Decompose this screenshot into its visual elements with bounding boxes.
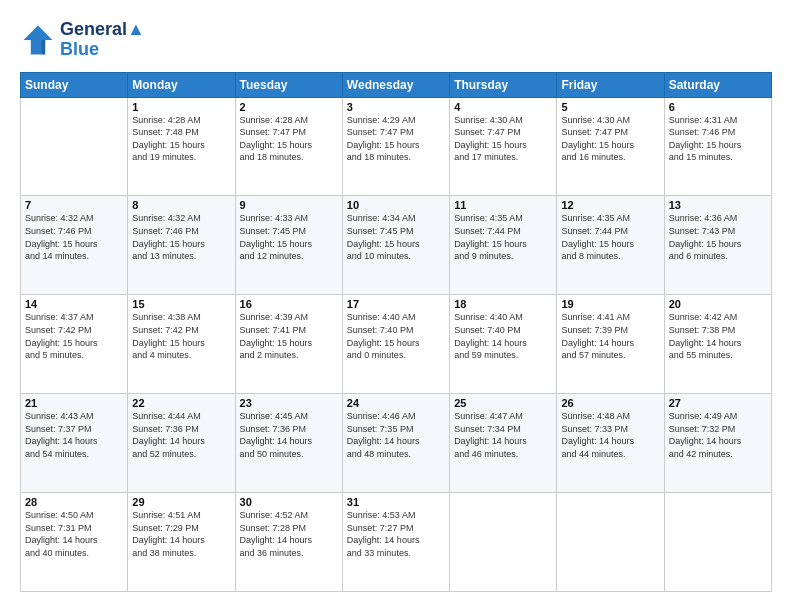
day-info: Sunrise: 4:43 AM Sunset: 7:37 PM Dayligh…: [25, 410, 123, 460]
day-number: 31: [347, 496, 445, 508]
calendar-cell: 21Sunrise: 4:43 AM Sunset: 7:37 PM Dayli…: [21, 394, 128, 493]
calendar-cell: 7Sunrise: 4:32 AM Sunset: 7:46 PM Daylig…: [21, 196, 128, 295]
day-info: Sunrise: 4:49 AM Sunset: 7:32 PM Dayligh…: [669, 410, 767, 460]
calendar-cell: 6Sunrise: 4:31 AM Sunset: 7:46 PM Daylig…: [664, 97, 771, 196]
day-info: Sunrise: 4:32 AM Sunset: 7:46 PM Dayligh…: [132, 212, 230, 262]
day-number: 13: [669, 199, 767, 211]
day-info: Sunrise: 4:38 AM Sunset: 7:42 PM Dayligh…: [132, 311, 230, 361]
day-number: 7: [25, 199, 123, 211]
day-number: 12: [561, 199, 659, 211]
calendar-cell: 17Sunrise: 4:40 AM Sunset: 7:40 PM Dayli…: [342, 295, 449, 394]
day-number: 16: [240, 298, 338, 310]
day-info: Sunrise: 4:32 AM Sunset: 7:46 PM Dayligh…: [25, 212, 123, 262]
day-number: 5: [561, 101, 659, 113]
day-number: 1: [132, 101, 230, 113]
svg-marker-0: [24, 25, 53, 54]
day-info: Sunrise: 4:29 AM Sunset: 7:47 PM Dayligh…: [347, 114, 445, 164]
page: General▲ Blue SundayMondayTuesdayWednesd…: [0, 0, 792, 612]
day-number: 6: [669, 101, 767, 113]
calendar-cell: 28Sunrise: 4:50 AM Sunset: 7:31 PM Dayli…: [21, 493, 128, 592]
calendar-cell: 15Sunrise: 4:38 AM Sunset: 7:42 PM Dayli…: [128, 295, 235, 394]
calendar-cell: 26Sunrise: 4:48 AM Sunset: 7:33 PM Dayli…: [557, 394, 664, 493]
day-info: Sunrise: 4:48 AM Sunset: 7:33 PM Dayligh…: [561, 410, 659, 460]
weekday-header-tuesday: Tuesday: [235, 72, 342, 97]
day-number: 25: [454, 397, 552, 409]
day-number: 2: [240, 101, 338, 113]
weekday-header-thursday: Thursday: [450, 72, 557, 97]
day-number: 26: [561, 397, 659, 409]
day-number: 4: [454, 101, 552, 113]
day-info: Sunrise: 4:47 AM Sunset: 7:34 PM Dayligh…: [454, 410, 552, 460]
day-number: 22: [132, 397, 230, 409]
day-number: 11: [454, 199, 552, 211]
day-info: Sunrise: 4:35 AM Sunset: 7:44 PM Dayligh…: [454, 212, 552, 262]
day-info: Sunrise: 4:44 AM Sunset: 7:36 PM Dayligh…: [132, 410, 230, 460]
day-info: Sunrise: 4:30 AM Sunset: 7:47 PM Dayligh…: [454, 114, 552, 164]
week-row-0: 1Sunrise: 4:28 AM Sunset: 7:48 PM Daylig…: [21, 97, 772, 196]
calendar-cell: 12Sunrise: 4:35 AM Sunset: 7:44 PM Dayli…: [557, 196, 664, 295]
calendar-cell: [664, 493, 771, 592]
day-number: 21: [25, 397, 123, 409]
logo-general: General: [60, 19, 127, 39]
calendar-cell: [557, 493, 664, 592]
week-row-2: 14Sunrise: 4:37 AM Sunset: 7:42 PM Dayli…: [21, 295, 772, 394]
day-number: 14: [25, 298, 123, 310]
calendar-cell: 4Sunrise: 4:30 AM Sunset: 7:47 PM Daylig…: [450, 97, 557, 196]
day-number: 15: [132, 298, 230, 310]
calendar-cell: 24Sunrise: 4:46 AM Sunset: 7:35 PM Dayli…: [342, 394, 449, 493]
day-info: Sunrise: 4:41 AM Sunset: 7:39 PM Dayligh…: [561, 311, 659, 361]
day-info: Sunrise: 4:39 AM Sunset: 7:41 PM Dayligh…: [240, 311, 338, 361]
weekday-header-row: SundayMondayTuesdayWednesdayThursdayFrid…: [21, 72, 772, 97]
calendar-cell: [21, 97, 128, 196]
day-info: Sunrise: 4:36 AM Sunset: 7:43 PM Dayligh…: [669, 212, 767, 262]
calendar-cell: 1Sunrise: 4:28 AM Sunset: 7:48 PM Daylig…: [128, 97, 235, 196]
weekday-header-monday: Monday: [128, 72, 235, 97]
day-number: 20: [669, 298, 767, 310]
day-info: Sunrise: 4:35 AM Sunset: 7:44 PM Dayligh…: [561, 212, 659, 262]
day-number: 30: [240, 496, 338, 508]
calendar-cell: 8Sunrise: 4:32 AM Sunset: 7:46 PM Daylig…: [128, 196, 235, 295]
day-info: Sunrise: 4:46 AM Sunset: 7:35 PM Dayligh…: [347, 410, 445, 460]
day-number: 19: [561, 298, 659, 310]
calendar-cell: 18Sunrise: 4:40 AM Sunset: 7:40 PM Dayli…: [450, 295, 557, 394]
weekday-header-wednesday: Wednesday: [342, 72, 449, 97]
logo-icon: [20, 22, 56, 58]
calendar-cell: 9Sunrise: 4:33 AM Sunset: 7:45 PM Daylig…: [235, 196, 342, 295]
day-number: 27: [669, 397, 767, 409]
day-number: 17: [347, 298, 445, 310]
calendar-cell: 14Sunrise: 4:37 AM Sunset: 7:42 PM Dayli…: [21, 295, 128, 394]
day-info: Sunrise: 4:40 AM Sunset: 7:40 PM Dayligh…: [454, 311, 552, 361]
day-info: Sunrise: 4:28 AM Sunset: 7:47 PM Dayligh…: [240, 114, 338, 164]
calendar-cell: 5Sunrise: 4:30 AM Sunset: 7:47 PM Daylig…: [557, 97, 664, 196]
day-number: 23: [240, 397, 338, 409]
calendar-cell: 11Sunrise: 4:35 AM Sunset: 7:44 PM Dayli…: [450, 196, 557, 295]
day-info: Sunrise: 4:33 AM Sunset: 7:45 PM Dayligh…: [240, 212, 338, 262]
day-info: Sunrise: 4:31 AM Sunset: 7:46 PM Dayligh…: [669, 114, 767, 164]
week-row-3: 21Sunrise: 4:43 AM Sunset: 7:37 PM Dayli…: [21, 394, 772, 493]
day-number: 18: [454, 298, 552, 310]
day-info: Sunrise: 4:53 AM Sunset: 7:27 PM Dayligh…: [347, 509, 445, 559]
day-info: Sunrise: 4:34 AM Sunset: 7:45 PM Dayligh…: [347, 212, 445, 262]
day-number: 9: [240, 199, 338, 211]
calendar-cell: 30Sunrise: 4:52 AM Sunset: 7:28 PM Dayli…: [235, 493, 342, 592]
logo: General▲ Blue: [20, 20, 145, 60]
day-number: 10: [347, 199, 445, 211]
weekday-header-sunday: Sunday: [21, 72, 128, 97]
calendar-table: SundayMondayTuesdayWednesdayThursdayFrid…: [20, 72, 772, 592]
weekday-header-friday: Friday: [557, 72, 664, 97]
weekday-header-saturday: Saturday: [664, 72, 771, 97]
day-info: Sunrise: 4:45 AM Sunset: 7:36 PM Dayligh…: [240, 410, 338, 460]
calendar-cell: 13Sunrise: 4:36 AM Sunset: 7:43 PM Dayli…: [664, 196, 771, 295]
calendar-cell: 22Sunrise: 4:44 AM Sunset: 7:36 PM Dayli…: [128, 394, 235, 493]
day-info: Sunrise: 4:37 AM Sunset: 7:42 PM Dayligh…: [25, 311, 123, 361]
logo-blue: ▲: [127, 19, 145, 39]
calendar-cell: [450, 493, 557, 592]
calendar-cell: 3Sunrise: 4:29 AM Sunset: 7:47 PM Daylig…: [342, 97, 449, 196]
week-row-1: 7Sunrise: 4:32 AM Sunset: 7:46 PM Daylig…: [21, 196, 772, 295]
calendar-cell: 27Sunrise: 4:49 AM Sunset: 7:32 PM Dayli…: [664, 394, 771, 493]
day-number: 29: [132, 496, 230, 508]
header: General▲ Blue: [20, 20, 772, 60]
day-info: Sunrise: 4:30 AM Sunset: 7:47 PM Dayligh…: [561, 114, 659, 164]
calendar-cell: 29Sunrise: 4:51 AM Sunset: 7:29 PM Dayli…: [128, 493, 235, 592]
day-info: Sunrise: 4:52 AM Sunset: 7:28 PM Dayligh…: [240, 509, 338, 559]
